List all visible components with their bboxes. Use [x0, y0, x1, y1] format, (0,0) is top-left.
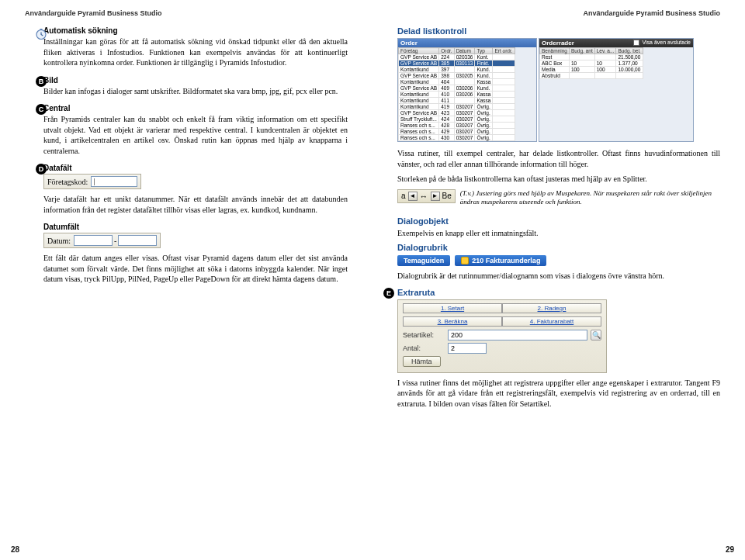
- antal-label: Antal:: [403, 344, 445, 352]
- dialogobjekt-title: Dialogobjekt: [397, 216, 720, 226]
- svg-rect-1: [40, 29, 43, 30]
- setartikel-label: Setartikel:: [403, 331, 445, 339]
- datafalt-input-mock: Företagskod: |: [43, 174, 141, 189]
- letter-b-badge: B: [36, 76, 47, 87]
- dialogobjekt-text: Exempelvis en knapp eller ett inmatnings…: [397, 228, 720, 239]
- dialogrubrik-item-1: Temaguiden: [397, 255, 450, 266]
- orderrader-pane: Orderrader Visa även avslutade Benämning…: [539, 38, 694, 142]
- extraruta-figure: 1. Setart 2. Radegn 3. Beräkna 4. Faktur…: [397, 299, 607, 373]
- antal-field[interactable]: 2: [448, 343, 487, 354]
- datumfalt-input-mock: Datum: -: [43, 233, 161, 248]
- datafalt-title: Datafält: [43, 164, 348, 172]
- extraruta-tab-4[interactable]: 4. Fakturarabatt: [502, 316, 601, 326]
- datafalt-input-label: Företagskod:: [47, 178, 88, 186]
- central-title: Central: [43, 104, 348, 112]
- dialogrubrik-text: Dialogrubrik är det rutinnummer/dialogna…: [397, 271, 720, 282]
- page-number-right: 29: [726, 545, 734, 554]
- dialogrubrik-figure: Temaguiden 210 Fakturaunderlag: [397, 255, 720, 266]
- hamta-button[interactable]: Hämta: [403, 356, 441, 367]
- extraruta-title: Extraruta: [397, 288, 720, 297]
- datumfalt-title: Datumfält: [43, 223, 348, 231]
- splitter-figure: a ◄ ↔ ► Be: [397, 189, 456, 203]
- letter-c-badge: C: [36, 104, 47, 115]
- clip-icon: [461, 257, 469, 264]
- page-right: Användarguide Pyramid Business Studio De…: [372, 0, 745, 560]
- orderrader-pane-title: Orderrader Visa även avslutade: [539, 39, 693, 47]
- datafalt-text: Varje datafält har ett unikt datanummer.…: [43, 194, 348, 215]
- central-text: Från Pyramids centraler kan du snabbt oc…: [43, 114, 348, 156]
- delad-title: Delad listkontroll: [397, 26, 720, 36]
- dialogrubrik-item-2: 210 Fakturaunderlag: [455, 255, 546, 266]
- splitter-btn-right[interactable]: ►: [431, 192, 440, 201]
- page-number-left: 28: [11, 545, 19, 554]
- datumfalt-input-label: Datum:: [47, 237, 71, 245]
- bild-title: Bild: [43, 76, 348, 85]
- datumfalt-input-field2[interactable]: [118, 235, 157, 246]
- show-finished-checkbox[interactable]: [633, 40, 639, 46]
- delad-text1: Vissa rutiner, till exempel centraler, h…: [397, 148, 720, 169]
- header-left: Användarguide Pyramid Business Studio: [25, 9, 348, 17]
- order-grid[interactable]: FöretagOrdr.DatumTypErt ordr.GVP Service…: [398, 47, 515, 141]
- listkontroll-figure: Order FöretagOrdr.DatumTypErt ordr.GVP S…: [397, 38, 720, 142]
- delad-text2: Storleken på de båda listkontrollerna ka…: [397, 174, 720, 185]
- extraruta-tab-1[interactable]: 1. Setart: [403, 303, 502, 313]
- page-left: Användarguide Pyramid Business Studio Au…: [0, 0, 372, 560]
- extraruta-tab-2[interactable]: 2. Radegn: [502, 303, 601, 313]
- order-pane-title: Order: [398, 39, 536, 47]
- letter-d-badge: D: [36, 164, 47, 175]
- bild-text: Bilder kan infogas i dialoger samt utskr…: [43, 86, 348, 97]
- datumfalt-text: Ett fält där datum anges eller visas. Of…: [43, 253, 348, 285]
- orderrader-grid[interactable]: BenämningBudg. antLev. a...Budg. bel.Res…: [539, 47, 643, 79]
- datafalt-input-field[interactable]: |: [91, 176, 137, 187]
- resize-cursor-icon: ↔: [420, 192, 428, 201]
- search-icon[interactable]: 🔍: [591, 330, 601, 340]
- letter-e-badge: E: [383, 288, 394, 299]
- setartikel-field[interactable]: 200: [448, 330, 587, 340]
- dialogrubrik-title: Dialogrubrik: [397, 243, 720, 252]
- order-pane: Order FöretagOrdr.DatumTypErt ordr.GVP S…: [397, 38, 537, 142]
- datumfalt-input-field1[interactable]: [74, 235, 113, 246]
- splitter-btn-left[interactable]: ◄: [408, 192, 418, 201]
- clock-icon: [34, 26, 48, 40]
- header-right: Användarguide Pyramid Business Studio: [397, 9, 720, 17]
- auto-search-title: Automatisk sökning: [43, 26, 348, 35]
- auto-search-text: Inställningar kan göras för att få autom…: [43, 36, 348, 68]
- extraruta-text: I vissa rutiner finns det möjlighet att …: [397, 378, 720, 410]
- splitter-note: (T.v.) Justering görs med hjälp av Muspe…: [460, 189, 720, 207]
- extraruta-tab-3[interactable]: 3. Beräkna: [403, 316, 502, 326]
